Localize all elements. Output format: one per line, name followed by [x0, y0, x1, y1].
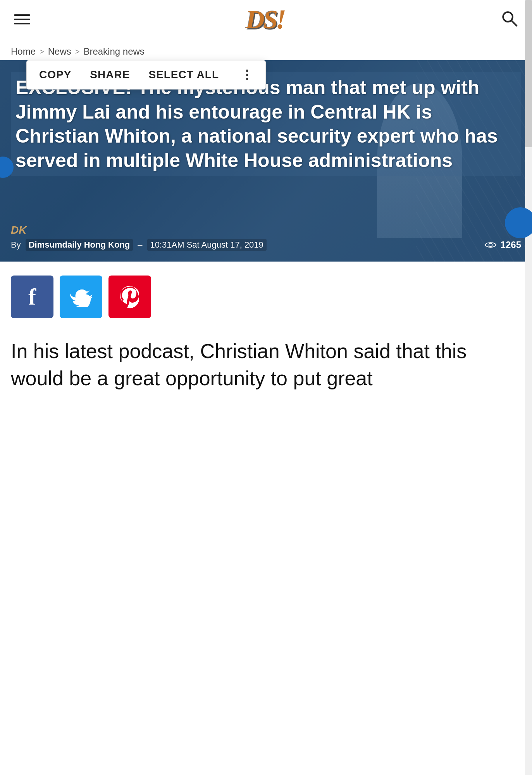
breadcrumb-category[interactable]: Breaking news [83, 46, 144, 57]
breadcrumb-sep-2: > [75, 47, 80, 56]
pinterest-share-button[interactable] [108, 276, 151, 318]
pinterest-icon [118, 285, 141, 308]
search-icon [501, 10, 518, 27]
context-menu: COPY SHARE SELECT ALL ⋮ [26, 60, 266, 90]
twitter-icon [69, 287, 93, 307]
site-logo[interactable]: D S ! [246, 3, 286, 36]
copy-button[interactable]: COPY [39, 69, 71, 81]
breadcrumb: Home > News > Breaking news [0, 39, 532, 60]
hamburger-line-1 [14, 14, 30, 16]
breadcrumb-home[interactable]: Home [11, 46, 36, 57]
article-body: In his latest podcast, Christian Whiton … [0, 326, 532, 407]
blue-circle-right [505, 207, 532, 238]
hamburger-line-2 [14, 19, 30, 20]
logo-exclaim: ! [275, 3, 286, 36]
breadcrumb-area: Home > News > Breaking news COPY SHARE S… [0, 39, 532, 60]
scrollbar-track[interactable] [525, 0, 532, 407]
facebook-share-button[interactable]: f [11, 276, 53, 318]
breadcrumb-sep-1: > [40, 47, 44, 56]
breadcrumb-news[interactable]: News [48, 46, 71, 57]
dk-badge: DK [11, 224, 26, 236]
logo-d: D [246, 6, 263, 33]
article-author[interactable]: Dimsumdaily Hong Kong [26, 239, 133, 251]
site-header: D S ! [0, 0, 532, 39]
meta-dash: – [138, 240, 142, 250]
more-options-button[interactable]: ⋮ [241, 67, 253, 82]
article-meta: By Dimsumdaily Hong Kong – 10:31AM Sat A… [11, 239, 521, 251]
hero-section: EXCLUSIVE! The mysterious man that met u… [0, 60, 532, 262]
twitter-share-button[interactable] [60, 276, 102, 318]
hamburger-line-3 [14, 23, 30, 24]
views-count: 1265 [501, 239, 521, 250]
svg-point-2 [489, 243, 492, 247]
article-intro-text: In his latest podcast, Christian Whiton … [11, 338, 521, 392]
menu-button[interactable] [11, 11, 33, 28]
article-date: 10:31AM Sat August 17, 2019 [147, 239, 267, 251]
facebook-icon: f [28, 284, 36, 310]
article-views: 1265 [484, 239, 521, 250]
by-label: By [11, 240, 21, 250]
social-share-bar: f [0, 262, 532, 326]
logo-s: S [263, 6, 276, 33]
search-button[interactable] [498, 7, 521, 32]
share-button[interactable]: SHARE [90, 69, 130, 81]
select-all-button[interactable]: SELECT ALL [148, 69, 219, 81]
dk-text: DK [11, 224, 26, 236]
svg-line-1 [511, 20, 517, 26]
views-eye-icon [484, 241, 497, 249]
